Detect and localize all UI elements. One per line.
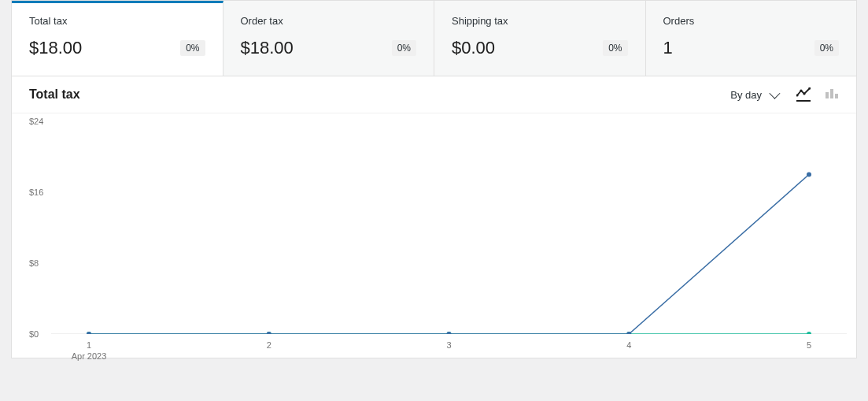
card-label: Order tax (241, 15, 417, 27)
plot (51, 121, 847, 334)
line-chart-icon[interactable] (796, 87, 811, 102)
chart-title: Total tax (29, 87, 80, 102)
interval-select[interactable]: By day (730, 89, 778, 101)
card-value: $18.00 (29, 38, 82, 58)
x-tick: 1 (87, 340, 91, 350)
svg-point-12 (807, 332, 811, 334)
chart-header: Total tax By day (12, 76, 856, 113)
svg-point-1 (800, 89, 802, 91)
card-order-tax[interactable]: Order tax $18.00 0% (223, 1, 435, 76)
card-label: Orders (663, 15, 840, 27)
svg-point-14 (267, 332, 271, 334)
bar-chart-icon[interactable] (825, 87, 839, 102)
svg-point-15 (447, 332, 452, 334)
y-tick: $24 (29, 117, 43, 126)
card-label: Total tax (29, 15, 205, 27)
svg-point-13 (87, 332, 91, 334)
summary-cards: Total tax $18.00 0% Order tax $18.00 0% … (12, 1, 856, 76)
svg-point-17 (807, 173, 811, 177)
y-tick: $8 (29, 258, 39, 268)
card-orders[interactable]: Orders 1 0% (646, 1, 857, 76)
card-value: $18.00 (241, 38, 294, 58)
card-delta: 0% (180, 40, 205, 56)
card-delta: 0% (392, 40, 416, 56)
svg-rect-6 (835, 94, 838, 98)
card-label: Shipping tax (452, 15, 628, 27)
chevron-down-icon (769, 88, 780, 99)
x-sublabel: Apr 2023 (72, 351, 107, 361)
y-tick: $0 (29, 329, 39, 339)
card-shipping-tax[interactable]: Shipping tax $0.00 0% (434, 1, 646, 76)
card-total-tax[interactable]: Total tax $18.00 0% (12, 1, 223, 76)
x-tick: 4 (626, 340, 631, 350)
interval-label: By day (730, 89, 762, 101)
x-tick: 3 (446, 340, 451, 350)
x-tick: 2 (267, 340, 271, 350)
svg-point-2 (803, 92, 805, 95)
svg-rect-5 (830, 89, 833, 98)
y-tick: $16 (29, 188, 43, 197)
card-delta: 0% (603, 40, 627, 56)
x-tick: 5 (807, 340, 811, 350)
svg-rect-4 (826, 92, 829, 98)
card-value: $0.00 (452, 38, 495, 58)
chart-area: $24 $16 $8 $0 1 2 3 4 5 Apr 2023 (12, 113, 856, 358)
card-delta: 0% (814, 40, 839, 56)
card-value: 1 (663, 38, 673, 58)
